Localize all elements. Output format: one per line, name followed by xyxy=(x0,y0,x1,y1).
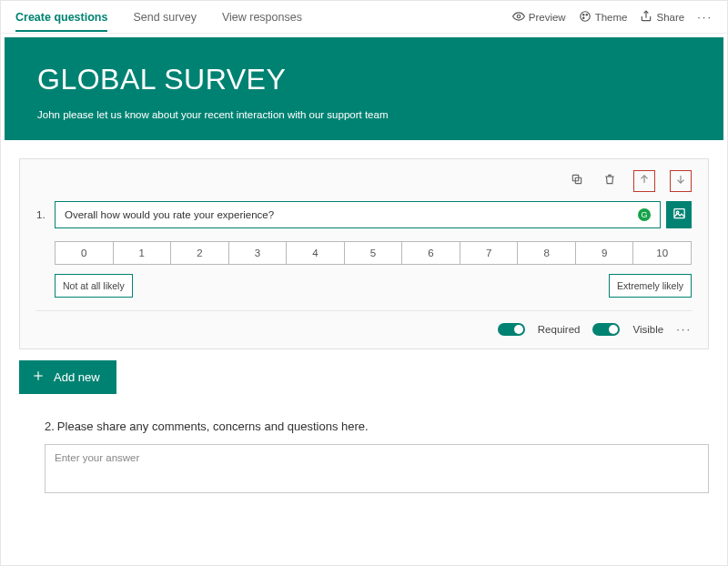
survey-title[interactable]: GLOBAL SURVEY xyxy=(37,63,705,96)
visible-toggle[interactable] xyxy=(592,323,620,336)
required-toggle[interactable] xyxy=(498,323,525,336)
required-label: Required xyxy=(538,324,581,335)
svg-point-1 xyxy=(580,11,590,21)
insert-image-button[interactable] xyxy=(666,201,692,228)
move-down-button[interactable] xyxy=(670,170,692,192)
move-up-button[interactable] xyxy=(633,170,655,192)
scale-option-2[interactable]: 2 xyxy=(170,241,228,265)
preview-label: Preview xyxy=(529,12,566,23)
plus-icon xyxy=(32,369,45,385)
grammarly-icon: G xyxy=(638,208,651,221)
question-2-text: Please share any comments, concerns and … xyxy=(57,419,369,433)
trash-icon xyxy=(603,173,616,189)
arrow-up-icon xyxy=(638,173,651,189)
survey-subtitle[interactable]: John please let us know about your recen… xyxy=(37,109,705,120)
question-2-number: 2. xyxy=(45,419,55,433)
question-text-input[interactable]: Overall how would you rate your experien… xyxy=(55,201,661,228)
share-icon xyxy=(640,10,652,25)
high-label-input[interactable]: Extremely likely xyxy=(609,274,692,298)
svg-rect-7 xyxy=(673,208,683,217)
work-area: 1. Overall how would you rate your exper… xyxy=(1,158,727,521)
scale-option-6[interactable]: 6 xyxy=(401,241,460,265)
question-text: Overall how would you rate your experien… xyxy=(65,209,274,220)
theme-button[interactable]: Theme xyxy=(579,10,628,25)
question-more-menu[interactable]: ··· xyxy=(676,322,692,336)
scale-option-5[interactable]: 5 xyxy=(344,241,402,265)
arrow-down-icon xyxy=(674,173,687,189)
question-card-1: 1. Overall how would you rate your exper… xyxy=(19,158,709,349)
scale-option-1[interactable]: 1 xyxy=(113,241,171,265)
delete-button[interactable] xyxy=(601,172,619,190)
question-card-2: 2.Please share any comments, concerns an… xyxy=(19,419,709,493)
low-label-input[interactable]: Not at all likely xyxy=(55,274,133,298)
image-icon xyxy=(672,207,686,224)
copy-button[interactable] xyxy=(568,172,586,190)
question-row: 1. Overall how would you rate your exper… xyxy=(36,201,692,228)
question-number: 1. xyxy=(36,209,49,220)
copy-icon xyxy=(571,173,583,189)
scale-option-3[interactable]: 3 xyxy=(228,241,287,265)
tab-send-survey[interactable]: Send survey xyxy=(133,3,196,32)
scale-option-8[interactable]: 8 xyxy=(517,241,575,265)
top-actions: Preview Theme Share ··· xyxy=(512,10,713,25)
scale-option-10[interactable]: 10 xyxy=(632,241,692,265)
share-label: Share xyxy=(656,12,684,23)
add-new-label: Add new xyxy=(54,370,100,384)
tab-view-responses[interactable]: View responses xyxy=(222,3,302,32)
add-new-button[interactable]: Add new xyxy=(19,360,116,394)
scale-labels: Not at all likely Extremely likely xyxy=(55,274,692,298)
survey-header: GLOBAL SURVEY John please let us know ab… xyxy=(5,37,723,140)
more-menu[interactable]: ··· xyxy=(697,10,713,24)
top-bar: Create questions Send survey View respon… xyxy=(1,1,727,34)
question-toolbar xyxy=(36,170,692,192)
share-button[interactable]: Share xyxy=(640,10,684,25)
visible-label: Visible xyxy=(632,324,663,335)
rating-scale: 0 1 2 3 4 5 6 7 8 9 10 xyxy=(55,241,692,265)
theme-label: Theme xyxy=(595,12,628,23)
palette-icon xyxy=(579,10,592,25)
tabs: Create questions Send survey View respon… xyxy=(15,3,302,32)
tab-create-questions[interactable]: Create questions xyxy=(15,3,107,32)
svg-point-3 xyxy=(586,14,587,15)
svg-point-4 xyxy=(582,17,583,18)
eye-icon xyxy=(512,10,525,25)
scale-option-9[interactable]: 9 xyxy=(575,241,633,265)
scale-option-0[interactable]: 0 xyxy=(55,241,113,265)
answer-textarea[interactable]: Enter your answer xyxy=(45,444,709,493)
question-2-title[interactable]: 2.Please share any comments, concerns an… xyxy=(45,419,709,433)
preview-button[interactable]: Preview xyxy=(512,10,566,25)
svg-point-2 xyxy=(582,14,583,15)
question-footer: Required Visible ··· xyxy=(36,310,692,336)
svg-point-0 xyxy=(517,15,521,18)
scale-option-7[interactable]: 7 xyxy=(460,241,518,265)
scale-option-4[interactable]: 4 xyxy=(286,241,344,265)
